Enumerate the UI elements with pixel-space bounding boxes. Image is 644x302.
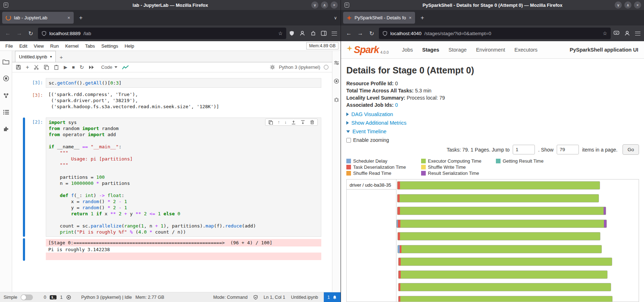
menu-edit[interactable]: Edit <box>16 43 30 49</box>
kernel-status-icon[interactable] <box>324 65 328 69</box>
cell-collapser[interactable] <box>23 78 25 88</box>
menu-file[interactable]: File <box>2 43 16 49</box>
nav-executors[interactable]: Executors <box>511 45 541 55</box>
notifications-badge[interactable]: 1 <box>324 292 341 302</box>
nav-environment[interactable]: Environment <box>472 45 509 55</box>
unsaved-dot-icon[interactable]: ● <box>50 55 52 58</box>
task-bar[interactable] <box>398 258 612 266</box>
menu-settings[interactable]: Settings <box>98 43 121 49</box>
back-icon[interactable]: ← <box>4 30 12 37</box>
nav-jobs[interactable]: Jobs <box>398 45 417 55</box>
maximize-button[interactable]: ∧ <box>321 1 328 9</box>
nav-stages[interactable]: Stages <box>418 45 443 55</box>
left-titlebar[interactable]: lab - JupyterLab — Mozilla Firefox ∨ ∧ × <box>0 0 341 10</box>
forward-icon[interactable]: → <box>15 30 24 37</box>
cut-icon[interactable] <box>34 64 39 70</box>
new-tab-button[interactable]: + <box>76 13 86 23</box>
task-bar[interactable] <box>397 245 602 253</box>
browser-tab-spark[interactable]: PySparkShell - Details fo × <box>343 12 415 24</box>
menu-icon[interactable] <box>635 32 640 35</box>
copy-icon[interactable] <box>44 64 49 70</box>
terminal-count[interactable]: 0 <box>44 295 46 300</box>
sidebar-icon[interactable] <box>321 31 327 36</box>
reload-icon[interactable]: ↻ <box>367 30 376 37</box>
cell-type-dropdown[interactable]: Code <box>101 64 117 70</box>
new-launcher-button[interactable]: + <box>56 53 67 62</box>
new-tab-button[interactable]: + <box>417 13 427 23</box>
task-bar[interactable] <box>397 232 600 240</box>
dag-visualization-toggle[interactable]: DAG Visualization <box>346 111 639 117</box>
commands-icon[interactable] <box>3 92 9 99</box>
task-bar[interactable] <box>397 194 599 202</box>
menu-icon[interactable] <box>332 32 337 35</box>
nav-storage[interactable]: Storage <box>445 45 471 55</box>
close-button[interactable]: × <box>634 1 641 9</box>
event-timeline-chart[interactable]: driver / udc-ba38-35 <box>346 179 639 302</box>
insert-cell-icon[interactable]: + <box>26 64 29 71</box>
insert-cell-above-icon[interactable] <box>291 120 296 125</box>
forward-icon[interactable]: → <box>356 30 365 37</box>
interrupt-icon[interactable]: ■ <box>72 64 75 70</box>
table-of-contents-icon[interactable] <box>3 110 9 115</box>
extensions-icon[interactable] <box>310 30 316 36</box>
kernel-name[interactable]: Python 3 (ipykernel) <box>279 64 320 70</box>
menu-run[interactable]: Run <box>47 43 62 49</box>
cell1-editor[interactable]: sc.getConf().getAll()[0:3] <box>46 78 321 88</box>
delete-cell-icon[interactable] <box>310 120 314 125</box>
file-browser-icon[interactable] <box>3 59 9 64</box>
simple-mode-toggle[interactable] <box>21 294 33 300</box>
task-bar[interactable] <box>398 296 612 302</box>
enable-zooming-checkbox[interactable] <box>346 138 351 143</box>
jump-to-page-input[interactable] <box>513 145 535 154</box>
bookmark-star-icon[interactable]: ☆ <box>602 30 607 36</box>
items-per-page-input[interactable] <box>557 145 579 154</box>
resource-chart-icon[interactable] <box>122 65 129 70</box>
save-to-pocket-icon[interactable] <box>614 31 619 36</box>
menu-tabs[interactable]: Tabs <box>82 43 98 49</box>
command-mode-indicator[interactable]: Mode: Command <box>213 295 248 300</box>
gear-icon[interactable] <box>270 64 275 70</box>
debugger-icon[interactable] <box>334 97 339 102</box>
restart-kernel-icon[interactable]: ↻ <box>79 64 84 71</box>
extension-manager-icon[interactable] <box>3 126 9 132</box>
maximize-button[interactable]: ∧ <box>624 1 631 9</box>
run-all-icon[interactable] <box>89 65 94 69</box>
bookmark-star-icon[interactable]: ☆ <box>278 30 283 36</box>
running-kernels-icon[interactable] <box>3 75 9 82</box>
tracking-shield-icon[interactable] <box>289 30 294 36</box>
right-titlebar[interactable]: PySparkShell - Details for Stage 0 (Atte… <box>341 0 644 10</box>
task-bar[interactable] <box>398 270 607 279</box>
menu-view[interactable]: View <box>30 43 47 49</box>
move-cell-down-icon[interactable]: ↓ <box>284 120 287 125</box>
account-icon[interactable] <box>624 30 630 36</box>
insert-cell-below-icon[interactable] <box>301 120 305 125</box>
move-cell-up-icon[interactable]: ↑ <box>278 120 280 125</box>
kernel-count[interactable]: 1 <box>60 295 63 300</box>
task-bar[interactable] <box>396 220 607 228</box>
active-output-collapser[interactable] <box>23 238 25 261</box>
go-button[interactable]: Go <box>623 144 639 155</box>
event-timeline-toggle[interactable]: Event Timeline <box>346 129 639 134</box>
minimize-button[interactable]: ∨ <box>311 1 318 9</box>
menu-kernel[interactable]: Kernel <box>62 43 82 49</box>
notebook-tab-untitled[interactable]: Untitled.ipynb ● <box>15 51 56 62</box>
minimize-button[interactable]: ∨ <box>615 1 622 9</box>
url-input[interactable]: localhost:4040/stages/stage/?id=0&attemp… <box>379 28 611 39</box>
close-button[interactable]: × <box>331 1 338 9</box>
task-bar[interactable] <box>398 283 611 291</box>
sessions-icon[interactable] <box>334 78 339 84</box>
kernel-status-text[interactable]: Python 3 (ipykernel) | Idle <box>81 295 132 300</box>
tab-close-icon[interactable]: × <box>409 15 412 20</box>
cell2-editor[interactable]: ↑ ↓ import sysfrom random import randomf… <box>46 118 321 237</box>
property-inspector-icon[interactable] <box>334 60 339 66</box>
job-id-link[interactable]: 0 <box>395 102 398 108</box>
run-icon[interactable]: ▶ <box>64 64 67 70</box>
duplicate-cell-icon[interactable] <box>268 120 273 125</box>
menu-help[interactable]: Help <box>121 43 137 49</box>
save-icon[interactable] <box>16 64 21 70</box>
url-input[interactable]: localhost:8889/lab ☆ <box>38 28 286 39</box>
cursor-position[interactable]: Ln 1, Col 1 <box>264 295 285 300</box>
task-bar[interactable] <box>397 207 606 215</box>
reload-icon[interactable]: ↻ <box>26 30 35 37</box>
code-cell-1[interactable]: [3]: sc.getConf().getAll()[0:3] <box>12 78 332 88</box>
